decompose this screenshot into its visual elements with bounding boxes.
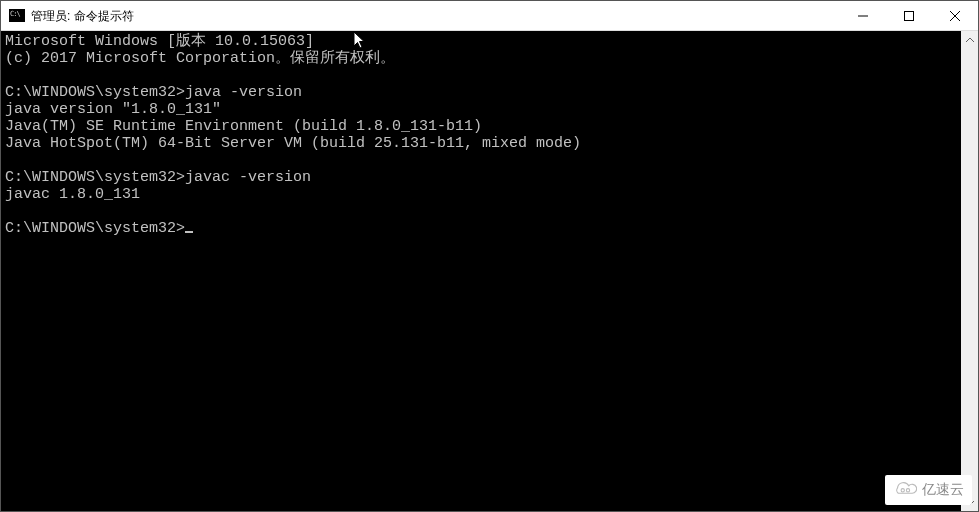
client-area: Microsoft Windows [版本 10.0.15063] (c) 20… xyxy=(1,31,978,511)
chevron-up-icon xyxy=(966,37,974,43)
terminal[interactable]: Microsoft Windows [版本 10.0.15063] (c) 20… xyxy=(1,31,961,511)
terminal-line: javac 1.8.0_131 xyxy=(5,186,140,203)
titlebar[interactable]: 管理员: 命令提示符 xyxy=(1,1,978,31)
scrollbar[interactable] xyxy=(961,31,978,511)
svg-point-4 xyxy=(901,489,904,492)
terminal-line: Java(TM) SE Runtime Environment (build 1… xyxy=(5,118,482,135)
close-button[interactable] xyxy=(932,1,978,30)
maximize-button[interactable] xyxy=(886,1,932,30)
close-icon xyxy=(950,11,960,21)
window-title: 管理员: 命令提示符 xyxy=(31,1,840,31)
terminal-line: Java HotSpot(TM) 64-Bit Server VM (build… xyxy=(5,135,581,152)
scroll-up-button[interactable] xyxy=(961,31,978,48)
svg-rect-1 xyxy=(905,11,914,20)
minimize-icon xyxy=(858,11,868,21)
terminal-line: C:\WINDOWS\system32>java -version xyxy=(5,84,302,101)
window: 管理员: 命令提示符 Microsoft Windows [版本 10.0.15… xyxy=(0,0,979,512)
cloud-icon xyxy=(893,479,917,501)
terminal-line: java version "1.8.0_131" xyxy=(5,101,221,118)
cmd-icon xyxy=(9,9,25,22)
svg-point-5 xyxy=(906,489,909,492)
terminal-line: Microsoft Windows [版本 10.0.15063] xyxy=(5,33,314,50)
minimize-button[interactable] xyxy=(840,1,886,30)
window-controls xyxy=(840,1,978,30)
scroll-track[interactable] xyxy=(961,48,978,494)
terminal-line: (c) 2017 Microsoft Corporation。保留所有权利。 xyxy=(5,50,395,67)
terminal-line: C:\WINDOWS\system32>javac -version xyxy=(5,169,311,186)
cursor xyxy=(185,231,193,233)
watermark: 亿速云 xyxy=(885,475,972,505)
watermark-text: 亿速云 xyxy=(922,481,964,499)
maximize-icon xyxy=(904,11,914,21)
terminal-prompt: C:\WINDOWS\system32> xyxy=(5,220,185,237)
